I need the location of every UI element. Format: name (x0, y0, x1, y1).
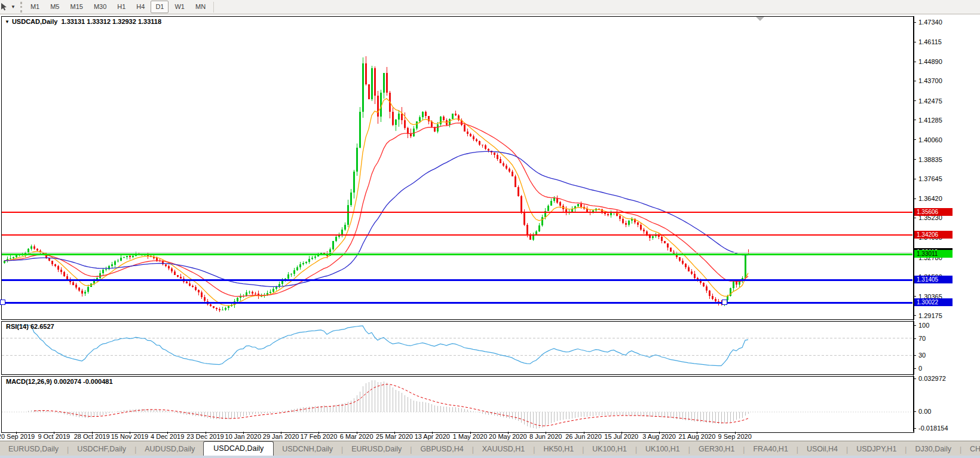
date-axis-label: 13 Apr 2020 (415, 433, 450, 440)
timeframe-button-mn[interactable]: MN (191, 1, 210, 13)
timeframe-button-m15[interactable]: M15 (65, 1, 87, 13)
price-tag-1.33011: 1.33011 (914, 250, 953, 258)
trading-terminal-window: ▼ M1M5M15M30H1H4D1W1MN ▼USDCAD,Daily 1.3… (0, 0, 980, 458)
macd-canvas[interactable] (2, 377, 912, 431)
timeframe-toolbar: ▼ M1M5M15M30H1H4D1W1MN (0, 0, 980, 14)
rsi-axis-label: 100 (918, 322, 929, 329)
timeframe-buttons: M1M5M15M30H1H4D1W1MN (25, 1, 211, 13)
timeframe-button-m1[interactable]: M1 (26, 1, 44, 13)
macd-axis-label: 0.032972 (918, 375, 946, 382)
toolbar-grip[interactable] (20, 2, 22, 13)
rsi-label: RSI(14) 62.6527 (6, 323, 54, 330)
date-axis-label: 1 May 2020 (453, 433, 487, 440)
price-axis-tick (913, 218, 916, 218)
price-axis-tick (913, 296, 916, 297)
price-axis-label: 1.41285 (918, 117, 942, 124)
chart-tab-bar: EURUSD,Daily|USDCHF,Daily|AUDUSD,DailyUS… (0, 441, 980, 456)
price-axis-tick (913, 179, 916, 179)
price-axis-tick (913, 315, 916, 316)
chart-tab-usdchf-daily[interactable]: USDCHF,Daily (69, 442, 134, 456)
main-price-chart[interactable] (1, 16, 914, 320)
date-axis-label: 9 Oct 2019 (38, 433, 70, 440)
hline-drag-handle[interactable] (722, 300, 727, 305)
date-axis-label: 9 Sep 2020 (718, 433, 752, 440)
price-tag-1.31405: 1.31405 (914, 276, 953, 283)
chart-tab-uk100-h1[interactable]: UK100,H1 (584, 442, 635, 456)
date-axis-label: 15 Jul 2020 (604, 433, 638, 440)
rsi-indicator-pane[interactable] (1, 321, 914, 375)
date-axis-label: 3 Aug 2020 (642, 433, 676, 440)
chart-tab-china300-h1[interactable]: CHINA300,H1 (961, 442, 980, 456)
price-axis-tick (913, 199, 916, 199)
price-axis-label: 1.44890 (918, 58, 942, 65)
date-axis-label: 15 Nov 2019 (111, 433, 148, 440)
rsi-axis-tick (913, 368, 916, 369)
macd-axis-label: -0.018154 (918, 425, 948, 432)
chart-tab-audusd-daily[interactable]: AUDUSD,Daily (136, 442, 203, 456)
price-axis-tick (913, 100, 916, 101)
price-axis-label: 1.46115 (918, 38, 942, 45)
timeframe-button-m5[interactable]: M5 (45, 1, 64, 13)
timeframe-button-m30[interactable]: M30 (89, 1, 111, 13)
date-axis-label: 21 Aug 2020 (678, 433, 715, 440)
candlestick-canvas[interactable] (2, 17, 912, 318)
chart-tab-usdcad-daily[interactable]: USDCAD,Daily (203, 441, 274, 456)
rsi-axis-label: 30 (918, 352, 926, 359)
cursor-tool-icon[interactable] (0, 1, 10, 13)
chart-ohlc-values: 1.33131 1.33312 1.32932 1.33118 (61, 18, 161, 25)
price-axis-tick (913, 120, 916, 120)
date-axis-label: 10 Jan 2020 (225, 433, 262, 440)
macd-axis-tick (913, 411, 916, 412)
price-tag-1.34206: 1.34206 (914, 231, 953, 239)
date-axis-label: 8 Jun 2020 (529, 433, 562, 440)
date-axis-label: 29 Jan 2020 (263, 433, 299, 440)
hline-drag-handle[interactable] (0, 300, 5, 305)
date-axis-label: 6 Mar 2020 (340, 433, 373, 440)
chart-tab-uk100-h1[interactable]: UK100,H1 (637, 442, 688, 456)
chart-tab-gbpusd-h4[interactable]: GBPUSD,H4 (412, 442, 471, 456)
rsi-axis-tick (913, 338, 916, 339)
chart-tab-usoil-h4[interactable]: USOil,H4 (798, 442, 846, 456)
date-axis-label: 23 Dec 2019 (186, 433, 223, 440)
chart-tab-hk50-h1[interactable]: HK50,H1 (535, 442, 582, 456)
price-axis-tick (913, 62, 916, 62)
ohlc-expander-icon[interactable]: ▼ (5, 19, 10, 25)
chart-tab-eurusd-daily[interactable]: EURUSD,Daily (0, 442, 67, 456)
price-axis-label: 1.42475 (918, 97, 942, 105)
date-axis-label: 28 Oct 2019 (74, 433, 110, 440)
macd-axis-tick (913, 378, 916, 379)
macd-axis-tick (913, 428, 916, 429)
chart-tab-dj30-daily[interactable]: DJ30,Daily (906, 442, 959, 456)
chart-title: ▼USDCAD,Daily 1.33131 1.33312 1.32932 1.… (5, 18, 161, 25)
price-axis-label: 1.37645 (918, 175, 942, 182)
chart-symbol-label: USDCAD,Daily (12, 18, 57, 25)
price-axis-label: 1.38835 (918, 156, 942, 163)
timeframe-button-w1[interactable]: W1 (170, 1, 189, 13)
price-axis-label: 1.36420 (918, 195, 942, 202)
price-axis-tick (913, 159, 916, 160)
price-axis-label: 1.40060 (918, 136, 942, 143)
chart-tab-eurusd-daily[interactable]: EURUSD,Daily (343, 442, 410, 456)
timeframe-button-h1[interactable]: H1 (112, 1, 130, 13)
chart-tab-usdcnh-daily[interactable]: USDCNH,Daily (274, 442, 341, 456)
macd-axis-label: 0.00 (918, 408, 931, 415)
date-axis-label: 25 Mar 2020 (376, 433, 413, 440)
chart-tab-xauusd-h1[interactable]: XAUUSD,H1 (474, 442, 534, 456)
rsi-axis-label: 70 (918, 335, 926, 342)
date-axis-label: 4 Dec 2019 (151, 433, 184, 440)
chart-tab-fra40-h1[interactable]: FRA40,H1 (745, 442, 796, 456)
price-axis-label: 1.47340 (918, 19, 942, 26)
chart-shift-marker-icon[interactable] (756, 17, 764, 21)
price-axis-label: 1.29175 (918, 312, 942, 319)
timeframe-button-h4[interactable]: H4 (131, 1, 149, 13)
timeframe-button-d1[interactable]: D1 (151, 1, 169, 13)
date-axis-label: 17 Feb 2020 (301, 433, 338, 440)
price-tag-1.35606: 1.35606 (914, 208, 953, 216)
macd-indicator-pane[interactable] (1, 376, 914, 433)
chart-tab-usdjpy-h1[interactable]: USDJPY,H1 (848, 442, 905, 456)
chart-tab-ger30-h1[interactable]: GER30,H1 (690, 442, 743, 456)
date-axis-label: 26 Jun 2020 (565, 433, 602, 440)
cursor-tool-dropdown-caret[interactable]: ▼ (10, 4, 19, 10)
rsi-canvas[interactable] (2, 322, 912, 373)
price-tag-1.30022: 1.30022 (914, 298, 953, 306)
